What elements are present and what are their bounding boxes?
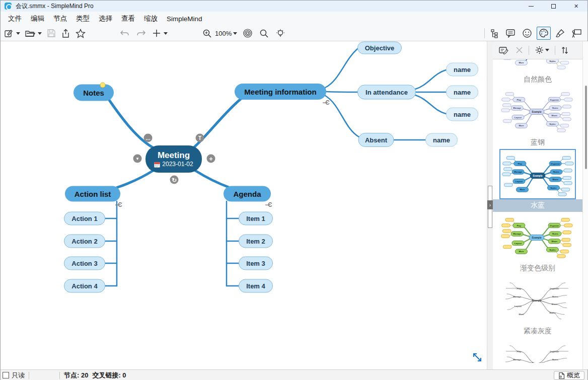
theme-item-蓝钢[interactable]: PlayManageLayoutMoreOrganizeNotesShareSt… — [493, 86, 582, 149]
node-item-1[interactable]: Item 1 — [239, 212, 273, 225]
style-panel-button[interactable] — [537, 27, 551, 40]
node-meeting-center[interactable]: Meeting 2023-01-02 — [145, 145, 202, 173]
new-mindmap-dropdown[interactable] — [16, 32, 20, 35]
theme-preview[interactable]: PlayManageLayoutMoreOrganizeNotesShareSt… — [499, 212, 576, 262]
node-item-3[interactable]: Item 3 — [239, 257, 273, 270]
menu-item-4[interactable]: 选择 — [94, 12, 117, 25]
overview-button[interactable]: 概览 — [554, 371, 584, 380]
theme-label[interactable]: 渐变色级别 — [493, 262, 582, 275]
open-dropdown[interactable] — [38, 32, 42, 35]
panel-scrollbar[interactable] — [582, 41, 588, 369]
menu-item-7[interactable]: SimpleMind — [162, 13, 207, 25]
style-settings-button[interactable] — [533, 44, 551, 57]
autofocus-button[interactable] — [274, 27, 287, 40]
fold-icon-meeting-info[interactable]: −Є — [322, 99, 329, 106]
node-action-1[interactable]: Action 1 — [64, 212, 105, 225]
panel-scrollbar-thumb[interactable] — [585, 86, 587, 169]
fold-icon-action-list[interactable]: −Є — [115, 201, 122, 208]
svg-text:Share: Share — [551, 114, 557, 117]
delete-style-button[interactable] — [514, 44, 525, 57]
theme-label[interactable]: 紧凑灰度 — [493, 325, 582, 338]
menu-item-3[interactable]: 类型 — [71, 12, 94, 25]
redo-button[interactable] — [134, 27, 148, 40]
add-node-dropdown[interactable] — [164, 32, 168, 35]
close-button[interactable]: ✕ — [565, 1, 587, 12]
share-button[interactable] — [60, 27, 71, 40]
theme-item-自然颜色[interactable]: PlayManageLayoutMoreOrganizeNotesShareSt… — [493, 59, 582, 86]
zoom-button[interactable] — [201, 27, 213, 40]
node-name-4[interactable]: name — [425, 133, 458, 147]
node-action-3[interactable]: Action 3 — [64, 257, 105, 270]
rotate-layout-handle[interactable]: ↻ — [170, 176, 179, 184]
undo-button[interactable] — [118, 27, 131, 40]
text-style-handle[interactable]: T — [196, 134, 204, 142]
svg-text:Notes: Notes — [552, 358, 558, 361]
theme-item-紧凑灰度[interactable]: PlayManageLayoutMoreOrganizeNotesShareSt… — [493, 275, 582, 338]
menu-item-6[interactable]: 缩放 — [139, 12, 162, 25]
collapse-handle[interactable]: ▼ — [133, 155, 142, 163]
svg-text:Example: Example — [532, 362, 542, 363]
save-button[interactable] — [45, 27, 57, 40]
fold-icon-agenda[interactable]: −Є — [265, 201, 272, 208]
node-name-3[interactable]: name — [446, 108, 478, 121]
node-name-1[interactable]: name — [446, 63, 478, 77]
menu-item-5[interactable]: 查看 — [117, 12, 139, 25]
panel-collapse-arrow[interactable]: › — [487, 200, 493, 209]
note-indicator-dot[interactable] — [100, 83, 106, 88]
target-spiral-icon — [243, 28, 253, 38]
node-item-4[interactable]: Item 4 — [239, 279, 273, 293]
presentation-button[interactable] — [570, 27, 583, 40]
theme-preview[interactable]: PlayManageLayoutMoreOrganizeNotesShareSt… — [499, 59, 576, 73]
expand-canvas-arrow[interactable] — [472, 352, 483, 365]
node-action-2[interactable]: Action 2 — [64, 235, 105, 248]
theme-preview[interactable]: PlayManageLayoutMoreOrganizeNotesShareSt… — [499, 338, 576, 363]
theme-label[interactable]: 蓝钢 — [493, 136, 582, 149]
node-absent[interactable]: Absent — [358, 133, 394, 147]
zoom-dropdown[interactable] — [233, 32, 237, 35]
zoom-level[interactable]: 100% — [215, 30, 232, 37]
edit-style-button[interactable] — [497, 44, 510, 57]
sort-styles-button[interactable] — [559, 44, 570, 57]
theme-item-水蓝[interactable]: PlayManageLayoutMoreOrganizeNotesShareSt… — [493, 149, 582, 212]
theme-item-渐变色级别[interactable]: PlayManageLayoutMoreOrganizeNotesShareSt… — [493, 212, 582, 275]
theme-item-partial-5[interactable]: PlayManageLayoutMoreOrganizeNotesShareSt… — [493, 338, 582, 363]
minimize-button[interactable] — [520, 1, 542, 12]
canvas-vertical-scrollbar[interactable]: › — [487, 41, 493, 369]
theme-preview[interactable]: PlayManageLayoutMoreOrganizeNotesShareSt… — [499, 86, 576, 136]
folder-open-icon — [25, 29, 35, 38]
node-objective[interactable]: Objective — [357, 42, 402, 54]
theme-preview[interactable]: PlayManageLayoutMoreOrganizeNotesShareSt… — [499, 275, 576, 325]
maximize-button[interactable] — [542, 1, 565, 12]
favorite-button[interactable] — [74, 27, 87, 40]
theme-label[interactable]: 自然颜色 — [493, 73, 582, 86]
node-item-2[interactable]: Item 2 — [239, 235, 273, 248]
center-map-button[interactable] — [241, 27, 254, 40]
readonly-checkbox[interactable] — [3, 372, 9, 378]
svg-text:Manage: Manage — [513, 107, 521, 109]
style-panel-toolbar — [493, 41, 588, 59]
node-action-list[interactable]: Action list — [65, 186, 120, 202]
node-action-4[interactable]: Action 4 — [64, 279, 105, 293]
add-child-handle[interactable]: + — [207, 155, 215, 163]
node-notes[interactable]: Notes — [74, 85, 114, 101]
notes-panel-button[interactable] — [504, 27, 517, 40]
menu-item-1[interactable]: 编辑 — [26, 12, 49, 25]
open-button[interactable] — [23, 27, 37, 40]
node-agenda[interactable]: Agenda — [224, 186, 271, 202]
menu-bar: 文件编辑节点类型选择查看缩放SimpleMind — [1, 12, 587, 26]
add-node-button[interactable] — [151, 27, 163, 40]
outline-view-button[interactable] — [489, 27, 500, 40]
emoji-panel-button[interactable] — [521, 27, 534, 40]
format-painter-button[interactable] — [554, 27, 567, 40]
node-in-attendance[interactable]: In attendance — [357, 85, 416, 100]
theme-label[interactable]: 水蓝 — [493, 199, 582, 212]
menu-item-0[interactable]: 文件 — [4, 12, 26, 25]
more-options-handle[interactable]: … — [144, 134, 153, 142]
menu-item-2[interactable]: 节点 — [49, 12, 71, 25]
mindmap-canvas[interactable]: Notes Meeting information Action list Ag… — [1, 41, 487, 369]
node-meeting-information[interactable]: Meeting information — [235, 84, 326, 100]
new-mindmap-button[interactable] — [3, 27, 15, 40]
theme-preview[interactable]: PlayManageLayoutMoreOrganizeNotesShareSt… — [499, 149, 576, 199]
node-name-2[interactable]: name — [446, 86, 478, 99]
find-button[interactable] — [258, 27, 270, 40]
